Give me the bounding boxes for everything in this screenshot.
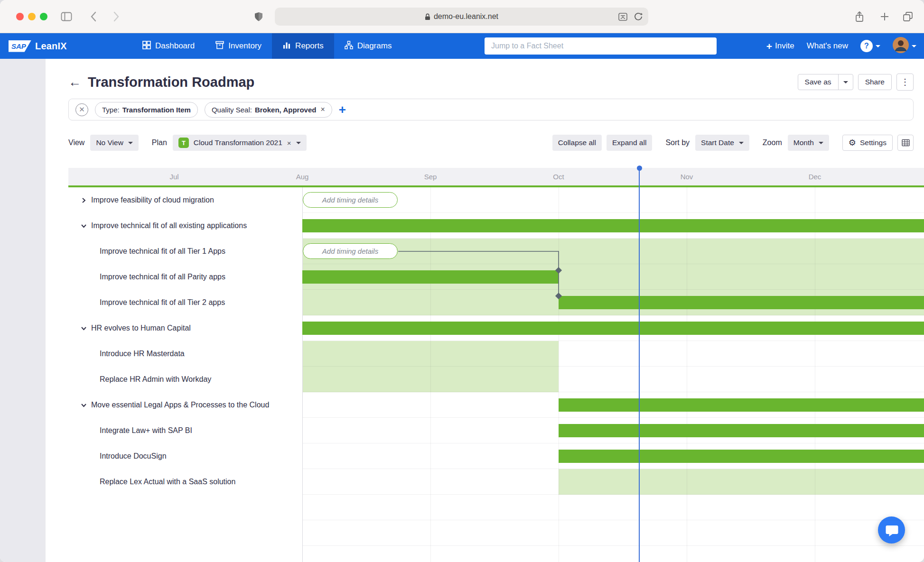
- gantt-gridline-horizontal: [302, 289, 924, 290]
- gantt-bar[interactable]: [559, 398, 924, 412]
- gantt-bar[interactable]: [302, 219, 924, 232]
- tab-overview-icon[interactable]: [903, 11, 913, 22]
- gantt-row-label[interactable]: Improve technical fit of all existing ap…: [68, 213, 302, 239]
- traffic-light-minimize[interactable]: [28, 13, 36, 20]
- chevron-right-icon[interactable]: [81, 197, 87, 203]
- share-button[interactable]: Share: [858, 74, 892, 90]
- filter-chip-type[interactable]: Type: Transformation Item: [95, 102, 198, 118]
- gantt-row-label-text: Move essential Legal Apps & Processes to…: [91, 401, 269, 409]
- gantt-bar[interactable]: [302, 322, 924, 335]
- report-panel: ← Transformation Roadmap Save as Share ⋮…: [46, 59, 924, 562]
- avatar: [893, 37, 909, 55]
- add-filter-button[interactable]: +: [339, 103, 346, 116]
- remove-filter-icon[interactable]: ×: [320, 105, 325, 114]
- chevron-down-icon[interactable]: [81, 223, 87, 229]
- gantt-row-label-text: Integrate Law+ with SAP BI: [100, 426, 192, 435]
- user-menu[interactable]: [893, 37, 916, 55]
- filter-chip-quality-seal[interactable]: Quality Seal: Broken, Approved ×: [205, 102, 332, 118]
- url-bar[interactable]: demo-eu.leanix.net: [275, 8, 648, 26]
- whats-new-button[interactable]: What's new: [807, 41, 848, 51]
- remove-plan-icon[interactable]: ×: [287, 139, 291, 147]
- gantt-month-label: Oct: [553, 168, 564, 185]
- settings-button[interactable]: ⚙ Settings: [842, 135, 893, 151]
- product-name: LeanIX: [35, 41, 67, 52]
- nav-item-dashboard[interactable]: Dashboard: [132, 33, 205, 59]
- gantt-gridline-vertical: [430, 187, 431, 562]
- nav-item-diagrams[interactable]: Diagrams: [334, 33, 402, 59]
- save-as-dropdown[interactable]: [838, 74, 853, 90]
- sort-by-label: Sort by: [665, 138, 690, 147]
- invite-button[interactable]: + Invite: [766, 41, 794, 51]
- traffic-light-close[interactable]: [16, 13, 24, 20]
- help-button[interactable]: ?: [860, 40, 880, 52]
- gantt-bar[interactable]: [559, 296, 924, 309]
- gantt-gridline-horizontal: [302, 469, 924, 469]
- gantt-row-label[interactable]: Improve technical fit of all Tier 2 apps: [68, 290, 302, 315]
- today-marker-line: [639, 168, 640, 562]
- more-options-button[interactable]: ⋮: [896, 74, 914, 91]
- gantt-gridline-horizontal: [302, 494, 924, 495]
- sort-select[interactable]: Start Date: [695, 135, 749, 151]
- gantt-row-label-text: Improve technical fit of all existing ap…: [91, 221, 247, 230]
- gantt-gridline-horizontal: [302, 443, 924, 443]
- gantt-bar[interactable]: [559, 424, 924, 437]
- grid-view-button[interactable]: [897, 135, 914, 151]
- gantt-row-label-text: Replace HR Admin with Workday: [100, 375, 211, 384]
- traffic-light-zoom[interactable]: [40, 13, 47, 20]
- gantt-row-label[interactable]: HR evolves to Human Capital: [68, 315, 302, 341]
- gantt-bar[interactable]: [302, 270, 559, 284]
- forward-button[interactable]: [113, 11, 120, 22]
- plan-select[interactable]: T Cloud Transformation 2021 ×: [173, 135, 307, 151]
- gantt-row-label[interactable]: Replace HR Admin with Workday: [68, 367, 302, 392]
- gantt-gridline-vertical: [687, 187, 687, 562]
- gantt-gridline-horizontal: [302, 238, 924, 239]
- add-timing-button[interactable]: Add timing details: [303, 243, 398, 259]
- collapse-all-button[interactable]: Collapse all: [552, 135, 602, 151]
- privacy-shield-icon[interactable]: [254, 12, 263, 22]
- view-select[interactable]: No View: [90, 135, 138, 151]
- fact-sheet-search-input[interactable]: [485, 37, 717, 55]
- nav-item-reports[interactable]: Reports: [272, 33, 334, 59]
- back-arrow-button[interactable]: ←: [68, 76, 81, 89]
- gantt-month-label: Jul: [169, 168, 178, 185]
- filter-bar: ✕ Type: Transformation Item Quality Seal…: [68, 99, 914, 120]
- zoom-select[interactable]: Month: [788, 135, 829, 151]
- gantt-row-label[interactable]: Move essential Legal Apps & Processes to…: [68, 392, 302, 418]
- reload-icon[interactable]: [634, 12, 643, 21]
- clear-filters-button[interactable]: ✕: [75, 103, 88, 116]
- gantt-row-label[interactable]: Replace Lex Actual with a SaaS solution: [68, 469, 302, 495]
- gantt-month-label: Nov: [681, 168, 693, 185]
- nav-item-inventory[interactable]: Inventory: [205, 33, 272, 59]
- gantt-gridline-horizontal: [302, 520, 924, 520]
- gantt-row-label[interactable]: Improve technical fit of all Tier 1 Apps: [68, 239, 302, 264]
- gantt-gridline-horizontal: [302, 264, 924, 264]
- back-button[interactable]: [90, 11, 97, 22]
- gantt-row-label[interactable]: Integrate Law+ with SAP BI: [68, 418, 302, 443]
- gear-icon: ⚙: [849, 138, 856, 147]
- gantt-bar[interactable]: [559, 450, 924, 463]
- chevron-down-icon[interactable]: [81, 325, 87, 332]
- gantt-row-label[interactable]: Introduce DocuSign: [68, 443, 302, 469]
- sort-value: Start Date: [701, 138, 734, 147]
- save-as-button[interactable]: Save as: [798, 74, 853, 90]
- gantt-row-label-text: Improve technical fit of all Parity apps: [100, 273, 225, 281]
- gantt-month-label: Aug: [296, 168, 309, 185]
- page-title: Transformation Roadmap: [88, 74, 254, 90]
- zoom-label: Zoom: [763, 138, 782, 147]
- translate-icon[interactable]: [618, 13, 627, 21]
- add-timing-button[interactable]: Add timing details: [303, 192, 398, 208]
- view-value: No View: [96, 138, 123, 147]
- expand-all-button[interactable]: Expand all: [607, 135, 652, 151]
- chat-launcher-button[interactable]: [878, 516, 905, 544]
- gantt-row-label-text: Replace Lex Actual with a SaaS solution: [100, 478, 235, 486]
- url-text: demo-eu.leanix.net: [434, 12, 498, 21]
- new-tab-icon[interactable]: [880, 12, 889, 21]
- share-icon[interactable]: [854, 11, 865, 23]
- gantt-row-label[interactable]: Improve technical fit of all Parity apps: [68, 264, 302, 290]
- gantt-row-label-text: Introduce DocuSign: [100, 452, 167, 461]
- sidebar-toggle-icon[interactable]: [61, 12, 72, 21]
- title-row: ← Transformation Roadmap Save as Share ⋮: [68, 71, 914, 93]
- gantt-row-label[interactable]: Improve feasibility of cloud migration: [68, 187, 302, 213]
- gantt-row-label[interactable]: Introduce HR Masterdata: [68, 341, 302, 367]
- chevron-down-icon[interactable]: [81, 402, 87, 408]
